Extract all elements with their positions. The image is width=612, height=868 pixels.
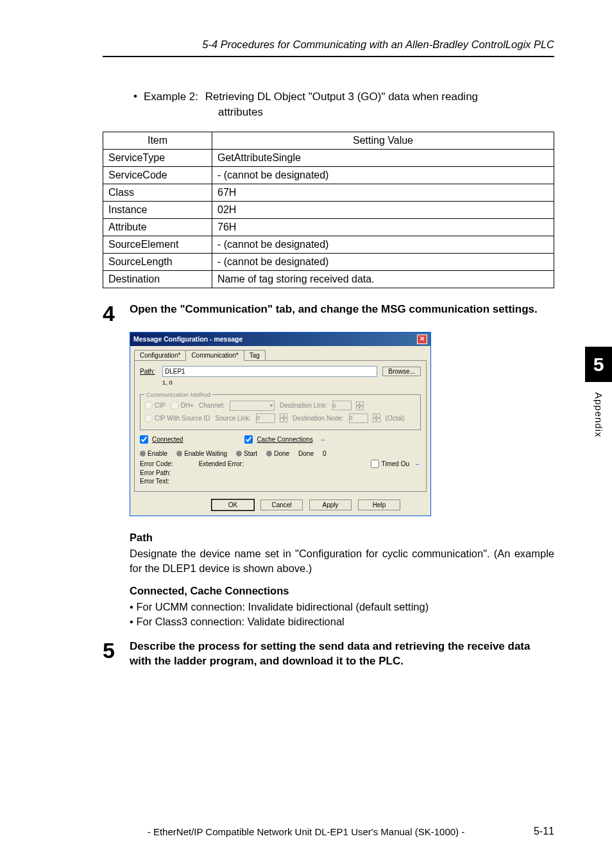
- cache-checkbox[interactable]: [244, 435, 253, 444]
- close-icon[interactable]: ✕: [417, 334, 427, 344]
- message-config-dialog: Message Configuration - message ✕ Config…: [130, 332, 431, 516]
- octal-label: (Octal): [386, 415, 405, 422]
- table-row: SourceLength- (cannot be designated): [103, 253, 554, 270]
- cache-label: Cache Connections: [257, 436, 312, 443]
- done-value: 0: [323, 450, 327, 457]
- source-link-input: [256, 413, 275, 423]
- step-number: 5: [103, 639, 118, 661]
- tab-communication[interactable]: Communication*: [185, 350, 244, 361]
- channel-select: ▾: [230, 401, 275, 411]
- step-5: 5 Describe the process for setting the s…: [103, 639, 554, 669]
- th-value: Setting Value: [212, 132, 554, 149]
- connected-heading: Connected, Cache Connections: [130, 584, 554, 598]
- page-number: 5-11: [534, 826, 554, 837]
- settings-table: Item Setting Value ServiceTypeGetAttribu…: [103, 132, 554, 288]
- bullet-item: For UCMM connection: Invalidate bidirect…: [130, 600, 554, 614]
- channel-label: Channel:: [199, 402, 225, 409]
- dialog-title: Message Configuration - message: [133, 335, 242, 343]
- step-text: Describe the process for setting the sen…: [130, 639, 554, 669]
- led-icon: [176, 451, 182, 456]
- radio-cip: [144, 401, 153, 410]
- led-icon: [236, 451, 242, 456]
- browse-button[interactable]: Browse...: [382, 367, 421, 376]
- table-row: Class67H: [103, 184, 554, 201]
- footer: - EtherNet/IP Compatible Network Unit DL…: [0, 826, 612, 837]
- help-button[interactable]: Help: [358, 499, 400, 510]
- bullet-item: For Class3 connection: Validate bidirect…: [130, 614, 554, 629]
- side-tab-num: 5: [585, 347, 612, 382]
- path-label: Path:: [140, 368, 162, 375]
- table-row: Instance02H: [103, 201, 554, 218]
- dest-link-input: [332, 401, 352, 410]
- dest-node-input: [349, 413, 368, 423]
- spinner-icon: ▴▾: [356, 401, 364, 410]
- comm-method-legend: Communication Method: [144, 391, 212, 398]
- cancel-button[interactable]: Cancel: [260, 499, 303, 510]
- extended-error-label: Extended Error:: [199, 460, 244, 467]
- radio-cip-with: [144, 414, 153, 422]
- dest-node-label: Destination Node:: [293, 415, 344, 422]
- timed-out-checkbox[interactable]: [371, 460, 379, 468]
- bullet-icon: •: [133, 89, 137, 103]
- table-row: DestinationName of tag storing received …: [103, 270, 554, 288]
- radio-dh: [171, 401, 179, 410]
- table-row: ServiceTypeGetAttributeSingle: [103, 149, 554, 166]
- example-label: Example 2:: [144, 91, 198, 103]
- apply-button[interactable]: Apply: [309, 499, 352, 510]
- step-text: Open the "Communication" tab, and change…: [130, 302, 538, 317]
- path-heading: Path: [130, 530, 554, 545]
- side-tab: 5 Appendix: [585, 347, 612, 438]
- running-header: 5-4 Procedures for Communicating with an…: [103, 39, 554, 51]
- side-tab-text: Appendix: [593, 392, 604, 438]
- path-text: Designate the device name set in "Config…: [130, 546, 554, 576]
- table-row: ServiceCode- (cannot be designated): [103, 166, 554, 184]
- led-icon: [140, 451, 146, 456]
- arrow-left-icon: ←: [414, 460, 421, 467]
- step-number: 4: [103, 302, 118, 324]
- connected-checkbox[interactable]: [140, 435, 148, 444]
- table-row: SourceElement- (cannot be designated): [103, 236, 554, 253]
- dialog-body: Path: Browse... 1, 0 Communication Metho…: [134, 360, 427, 492]
- comm-method-fieldset: Communication Method CIP DH+ Channel: ▾ …: [140, 391, 421, 430]
- tab-configuration[interactable]: Configuration*: [134, 350, 186, 360]
- arrow-left-icon: ←: [320, 436, 327, 443]
- dialog-titlebar[interactable]: Message Configuration - message ✕: [130, 333, 430, 346]
- example-text-line1: Retrieving DL Object "Output 3 (GO)" dat…: [205, 91, 478, 103]
- ok-button[interactable]: OK: [212, 499, 254, 510]
- done-label: Done: [298, 450, 314, 457]
- th-item: Item: [103, 132, 212, 149]
- connected-label: Connected: [152, 436, 183, 443]
- path-sub: 1, 0: [162, 379, 421, 386]
- path-input[interactable]: [162, 366, 377, 377]
- error-path-label: Error Path:: [140, 469, 421, 476]
- dest-link-label: Destination Link:: [280, 402, 327, 409]
- dialog-tabs: Configuration* Communication* Tag: [130, 346, 430, 360]
- header-rule: [103, 56, 554, 57]
- status-row: Enable Enable Waiting Start Done Done 0: [140, 450, 421, 457]
- error-row: Error Code: Extended Error: Timed Ou←: [140, 460, 421, 468]
- spinner-icon: ▴▾: [280, 413, 287, 422]
- footer-text: - EtherNet/IP Compatible Network Unit DL…: [148, 826, 464, 837]
- step-4: 4 Open the "Communication" tab, and chan…: [103, 302, 554, 324]
- example-block: • Example 2: Retrieving DL Object "Outpu…: [133, 89, 554, 120]
- led-icon: [266, 451, 272, 456]
- table-row: Attribute76H: [103, 218, 554, 236]
- tab-tag[interactable]: Tag: [244, 350, 266, 360]
- chevron-down-icon: ▾: [270, 403, 273, 408]
- error-text-label: Error Text:: [140, 478, 421, 485]
- example-text-line2: attributes: [218, 105, 478, 120]
- spinner-icon: ▴▾: [373, 413, 380, 422]
- dialog-buttons: OK Cancel Apply Help: [130, 496, 430, 516]
- source-link-label: Source Link:: [216, 415, 251, 422]
